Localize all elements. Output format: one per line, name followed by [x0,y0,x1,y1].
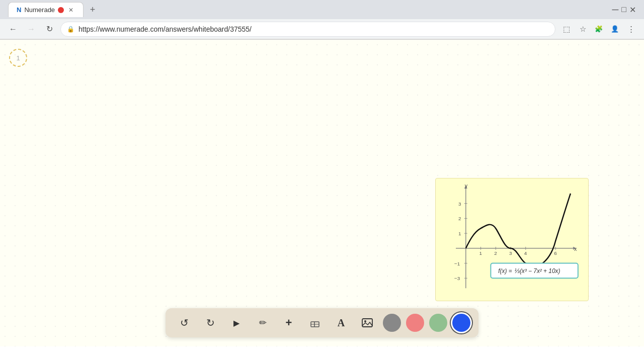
whiteboard: 1 x y 1 2 3 4 6 [0,40,644,346]
color-blue[interactable] [452,314,470,332]
toolbar: ↺ ↻ ▶ ✏ + A [166,308,478,337]
svg-point-32 [364,320,366,322]
tab-close-icon[interactable]: ✕ [67,6,75,14]
eraser-icon [309,317,320,328]
svg-text:f(x) = ⅓(x³ − 7x² + 10x): f(x) = ⅓(x³ − 7x² + 10x) [498,267,560,275]
url-text: https://www.numerade.com/answers/whitebo… [78,25,549,33]
pencil-tool-button[interactable]: ✏ [252,312,273,333]
title-bar: N Numerade ✕ + ─ □ ✕ [0,0,644,19]
recording-dot [58,7,64,13]
color-gray[interactable] [383,314,401,332]
svg-text:x: x [574,246,577,252]
back-button[interactable]: ← [6,22,20,36]
browser-chrome: N Numerade ✕ + ─ □ ✕ ← → ↻ 🔒 https://www… [0,0,644,40]
svg-text:2: 2 [494,250,497,256]
lock-icon: 🔒 [67,26,74,33]
add-button[interactable]: + [278,312,299,333]
svg-rect-31 [362,319,372,327]
svg-text:y: y [465,184,468,189]
svg-text:−3: −3 [454,276,460,281]
color-pink[interactable] [406,314,424,332]
svg-text:4: 4 [524,250,527,256]
forward-button[interactable]: → [24,22,38,36]
svg-text:3: 3 [458,201,461,207]
page-number: 1 [9,49,27,67]
svg-text:3: 3 [509,250,512,256]
undo-button[interactable]: ↺ [174,312,195,333]
svg-text:1: 1 [479,250,482,256]
tab-bar: N Numerade ✕ + ─ □ ✕ [4,0,640,19]
graph-svg: x y 1 2 3 4 6 1 2 3 −1 −3 [441,184,583,296]
image-icon [361,317,373,329]
color-green[interactable] [429,314,447,332]
eraser-tool-button[interactable] [304,312,326,333]
redo-button[interactable]: ↻ [200,312,221,333]
profile-button[interactable]: 👤 [608,22,622,36]
address-bar[interactable]: 🔒 https://www.numerade.com/answers/white… [60,22,555,37]
close-button[interactable]: ✕ [629,5,636,15]
tab-title: Numerade [24,6,55,14]
reload-button[interactable]: ↻ [42,22,56,36]
select-tool-button[interactable]: ▶ [226,312,247,333]
menu-button[interactable]: ⋮ [624,22,638,36]
new-tab-button[interactable]: + [86,3,100,17]
image-button[interactable] [357,312,378,333]
cast-button[interactable]: ⬚ [559,22,574,36]
nav-bar: ← → ↻ 🔒 https://www.numerade.com/answers… [0,19,644,39]
graph-card: x y 1 2 3 4 6 1 2 3 −1 −3 [435,178,589,301]
svg-text:1: 1 [458,231,461,236]
maximize-button[interactable]: □ [621,5,626,14]
minimize-button[interactable]: ─ [612,5,619,15]
nav-actions: ⬚ ☆ 🧩 👤 ⋮ [559,22,638,36]
active-tab[interactable]: N Numerade ✕ [8,2,84,17]
svg-text:2: 2 [458,216,461,221]
svg-text:6: 6 [554,250,557,256]
svg-text:−1: −1 [454,261,460,266]
text-tool-button[interactable]: A [331,312,352,333]
extension-button[interactable]: 🧩 [592,22,606,36]
bookmark-button[interactable]: ☆ [576,22,590,36]
tab-favicon: N [17,6,21,14]
